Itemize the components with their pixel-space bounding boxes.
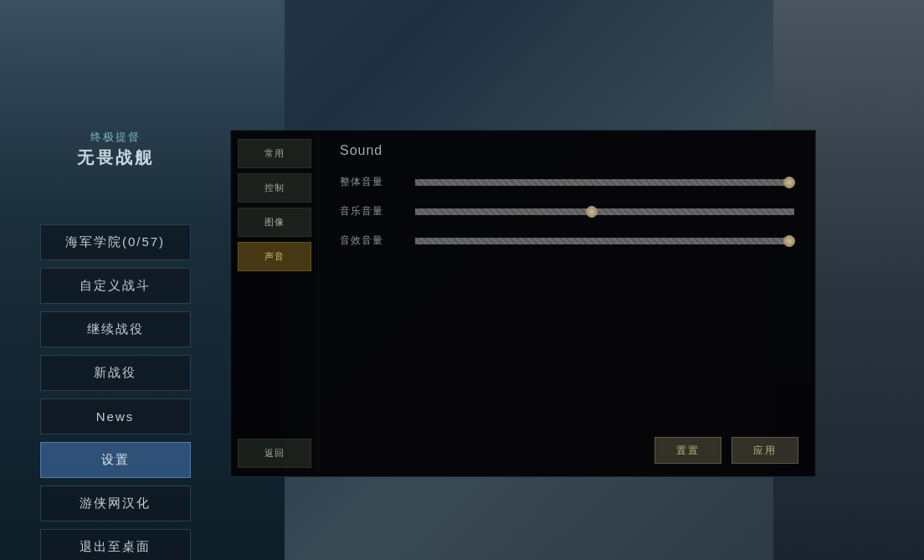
settings-dialog: 常用 控制 图像 声音 返回 Sound 整体音量 音乐音量	[230, 130, 816, 477]
nav-continue-campaign[interactable]: 继续战役	[40, 311, 191, 347]
music-volume-thumb[interactable]	[586, 206, 598, 218]
dialog-actions: 置置 应用	[654, 437, 798, 464]
overall-volume-label: 整体音量	[340, 175, 403, 189]
tab-return[interactable]: 返回	[238, 439, 311, 468]
dialog-title: Sound	[340, 143, 794, 158]
nav-naval-academy[interactable]: 海军学院(0/57)	[40, 224, 191, 260]
nav-settings[interactable]: 设置	[40, 442, 191, 478]
game-title: 终极提督 无畏战舰	[77, 130, 154, 169]
apply-button[interactable]: 应用	[732, 437, 798, 464]
sfx-volume-thumb[interactable]	[783, 235, 795, 247]
game-title-main: 无畏战舰	[77, 146, 154, 169]
tab-common[interactable]: 常用	[238, 139, 311, 168]
tab-graphics[interactable]: 图像	[238, 208, 311, 237]
nav-custom-battle[interactable]: 自定义战斗	[40, 268, 191, 304]
music-volume-row: 音乐音量	[340, 204, 794, 218]
nav-new-campaign[interactable]: 新战役	[40, 355, 191, 391]
game-title-top: 终极提督	[77, 130, 154, 145]
dialog-tabs: 常用 控制 图像 声音 返回	[231, 131, 319, 476]
nav-news[interactable]: News	[40, 398, 191, 434]
overall-volume-thumb[interactable]	[783, 177, 795, 188]
sfx-volume-slider[interactable]	[415, 238, 794, 244]
tab-controls[interactable]: 控制	[238, 173, 311, 203]
sfx-volume-row: 音效音量	[340, 234, 794, 248]
music-volume-label: 音乐音量	[340, 204, 403, 218]
dialog-content: Sound 整体音量 音乐音量 音效音量	[319, 131, 815, 476]
sidebar: 终极提督 无畏战舰 海军学院(0/57) 自定义战斗 继续战役 新战役 News…	[0, 0, 230, 560]
reset-button[interactable]: 置置	[654, 437, 721, 464]
sfx-volume-label: 音效音量	[340, 234, 403, 248]
nav-exit[interactable]: 退出至桌面	[40, 529, 191, 560]
overall-volume-slider[interactable]	[415, 179, 794, 186]
tab-sound[interactable]: 声音	[238, 242, 311, 271]
overall-volume-row: 整体音量	[340, 175, 794, 189]
music-volume-slider[interactable]	[415, 208, 794, 215]
nav-localization[interactable]: 游侠网汉化	[40, 486, 191, 521]
